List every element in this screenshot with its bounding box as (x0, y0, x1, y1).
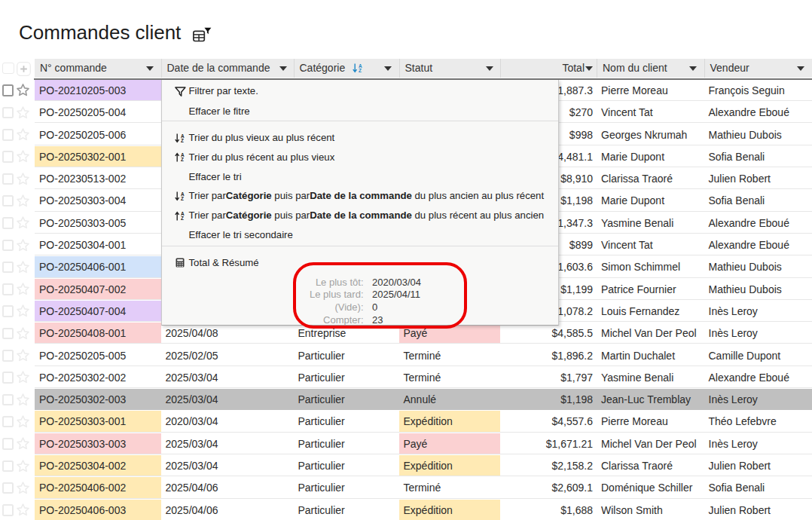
svg-text:Z: Z (359, 68, 362, 73)
svg-text:Z: Z (181, 138, 184, 143)
svg-text:Z: Z (181, 158, 184, 163)
svg-text:Z: Z (181, 196, 184, 201)
svg-text:Z: Z (181, 216, 184, 221)
